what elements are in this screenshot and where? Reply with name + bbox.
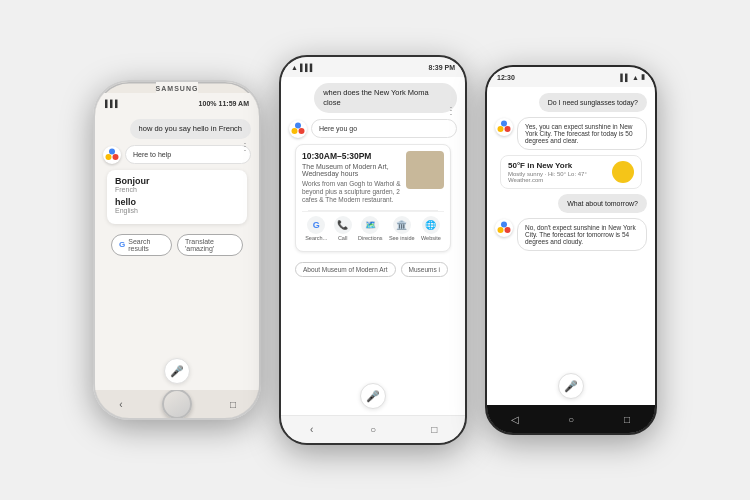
phone1-menu-dots[interactable]: ⋮	[240, 141, 249, 152]
phone2-nav-bar: ‹ ○ □	[281, 415, 465, 443]
phone3-home-btn[interactable]: ○	[560, 408, 582, 430]
weather-info: 50°F in New York Mostly sunny · Hi: 50° …	[508, 161, 587, 183]
phone1-status-right: 100% 11:59 AM	[199, 100, 249, 107]
search-results-label: Search results	[128, 238, 164, 252]
phone1-battery: 100%	[199, 100, 217, 107]
phone2-chat: when does the New York Moma close Here y…	[281, 77, 465, 377]
action-website[interactable]: 🌐 Website	[421, 216, 441, 241]
phone3-nav-bar: ◁ ○ □	[487, 405, 655, 433]
weather-card: 50°F in New York Mostly sunny · Hi: 50° …	[500, 155, 642, 189]
phone3-assistant-bubble2: No, don't expect sunshine in New York Ci…	[517, 218, 647, 251]
phone2-assistant-row: Here you go	[289, 119, 457, 138]
call-circle: 📞	[334, 216, 352, 234]
action-directions[interactable]: 🗺️ Directions	[358, 216, 382, 241]
inside-circle: 🏛️	[393, 216, 411, 234]
phone1-chat: how do you say hello in French Here to h…	[95, 113, 259, 352]
museums-btn[interactable]: Museums i	[401, 262, 448, 277]
phone2-signal: ▌▌▌	[300, 64, 315, 71]
phone1-signal: ▌▌▌	[105, 100, 120, 107]
phone1-translate-card: Bonjour French hello English	[107, 170, 247, 224]
phone2-status-bar: ▲ ▌▌▌ 8:39 PM	[281, 57, 465, 77]
phone-2: ▲ ▌▌▌ 8:39 PM ⋮ when does the New York M…	[279, 55, 467, 445]
phone3-back-btn[interactable]: ◁	[504, 408, 526, 430]
phone2-assistant-bubble: Here you go	[311, 119, 457, 138]
phone1-word-en: hello	[115, 197, 239, 207]
action-call[interactable]: 📞 Call	[334, 216, 352, 241]
svg-point-8	[498, 126, 504, 132]
phone1-status-bar: ▌▌▌ 100% 11:59 AM	[95, 93, 259, 113]
phone1-mic-button[interactable]: 🎤	[164, 358, 190, 384]
phone3-status-left: 12:30	[497, 74, 515, 81]
svg-point-6	[501, 121, 507, 127]
svg-point-4	[299, 128, 305, 134]
weather-row: 50°F in New York Mostly sunny · Hi: 50° …	[508, 161, 634, 183]
website-icon: 🌐	[425, 220, 436, 230]
phone1-home-btn[interactable]	[162, 389, 192, 419]
phone1-time: 11:59 AM	[219, 100, 249, 107]
phone3-mic-button[interactable]: 🎤	[558, 373, 584, 399]
phone3-status-bar: 12:30 ▌▌ ▲ ▮	[487, 67, 655, 87]
phone1-mic-area: 🎤	[95, 352, 259, 390]
directions-icon: 🗺️	[365, 220, 376, 230]
phone2-status-left: ▲ ▌▌▌	[291, 64, 315, 71]
translate-label: Translate 'amazing'	[185, 238, 235, 252]
phone3-recent-btn[interactable]: □	[616, 408, 638, 430]
weather-source: Weather.com	[508, 177, 587, 183]
phone2-recent-btn[interactable]: □	[423, 419, 445, 441]
action-inside-label: See inside	[389, 235, 415, 241]
phone2-back-btn[interactable]: ‹	[301, 419, 323, 441]
phone1-status-left: ▌▌▌	[105, 100, 120, 107]
google-g-icon: G	[119, 240, 125, 249]
svg-point-11	[498, 227, 504, 233]
google-assistant-icon-3b	[495, 219, 513, 237]
mic-icon-3: 🎤	[564, 380, 578, 393]
phone2-menu-dots[interactable]: ⋮	[446, 105, 455, 116]
phone3-status-right: ▌▌ ▲ ▮	[620, 73, 645, 81]
action-search-label: Search...	[305, 235, 327, 241]
phone1-back-btn[interactable]: ‹	[110, 393, 132, 415]
google-assistant-icon-1	[103, 146, 121, 164]
phone2-home-btn[interactable]: ○	[362, 419, 384, 441]
about-museum-btn[interactable]: About Museum of Modern Art	[295, 262, 396, 277]
svg-point-7	[505, 126, 511, 132]
phone3-assistant-bubble1: Yes, you can expect sunshine in New York…	[517, 117, 647, 150]
museum-action-icons: G Search... 📞 Call 🗺️ Dir	[302, 211, 444, 245]
google-assistant-icon-3	[495, 118, 513, 136]
phone-3: 12:30 ▌▌ ▲ ▮ Do I need sunglasses today?	[485, 65, 657, 435]
phone2-status-right: 8:39 PM	[429, 64, 455, 71]
phone2-user-bubble: when does the New York Moma close	[314, 83, 457, 113]
action-inside[interactable]: 🏛️ See inside	[389, 216, 415, 241]
phone3-time: 12:30	[497, 74, 515, 81]
museum-thumbnail	[406, 151, 444, 189]
inside-icon: 🏛️	[396, 220, 407, 230]
museum-buttons: About Museum of Modern Art Museums i	[289, 258, 457, 281]
sun-icon	[612, 161, 634, 183]
phone1-lang-fr: French	[115, 186, 239, 193]
search-results-button[interactable]: G Search results	[111, 234, 172, 256]
phone1-assistant-row: Here to help	[103, 145, 251, 164]
phone2-time: 8:39 PM	[429, 64, 455, 71]
mic-icon-2: 🎤	[366, 390, 380, 403]
action-search[interactable]: G Search...	[305, 216, 327, 241]
phone1-nav-bar: ‹ □	[95, 390, 259, 418]
translate-button[interactable]: Translate 'amazing'	[177, 234, 243, 256]
svg-point-9	[501, 222, 507, 228]
svg-point-2	[106, 154, 112, 160]
action-directions-label: Directions	[358, 235, 382, 241]
phone3-assistant-row2: No, don't expect sunshine in New York Ci…	[495, 218, 647, 251]
search-icon-g: G	[313, 220, 320, 230]
svg-point-0	[109, 148, 115, 154]
phone-1: SAMSUNG ▌▌▌ 100% 11:59 AM ⋮ how do you s…	[93, 80, 261, 420]
phone1-user-bubble: how do you say hello in French	[130, 119, 251, 139]
phone1-screen: ⋮ how do you say hello in French Here to…	[95, 113, 259, 390]
phone2-mic-button[interactable]: 🎤	[360, 383, 386, 409]
phone3-user-bubble2: What about tomorrow?	[558, 194, 647, 213]
phone3-signal: ▌▌	[620, 74, 630, 81]
phone1-lang-en: English	[115, 207, 239, 214]
museum-card: 10:30AM–5:30PM The Museum of Modern Art,…	[295, 144, 451, 252]
svg-point-10	[505, 227, 511, 233]
mic-icon-1: 🎤	[170, 365, 184, 378]
action-call-label: Call	[338, 235, 347, 241]
phone2-wifi: ▲	[291, 64, 298, 71]
phone1-recent-btn[interactable]: □	[222, 393, 244, 415]
